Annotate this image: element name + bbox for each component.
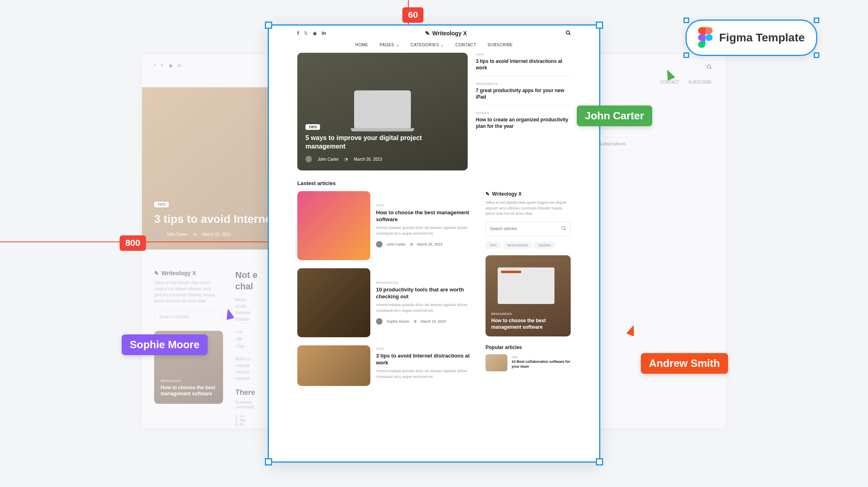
hero-side-list: TIPS 3 tips to avoid Internet distractio… <box>476 53 571 170</box>
collaborator-label-sophie: Sophie Moore <box>122 334 208 355</box>
avatar <box>376 241 382 248</box>
popular-thumb <box>486 354 507 371</box>
nav-pages[interactable]: PAGES ⌄ <box>380 43 400 47</box>
figma-logo-icon <box>698 27 713 48</box>
nav-home[interactable]: HOME <box>355 43 368 47</box>
linkedin-icon[interactable]: in <box>322 30 326 36</box>
article-row[interactable]: RESOURCES 10 productivity tools that are… <box>297 268 474 337</box>
calendar-icon: ◔ <box>344 157 348 162</box>
instagram-icon[interactable]: ◉ <box>313 30 317 36</box>
featured-title: How to choose the best management softwa… <box>161 385 217 397</box>
avatar <box>154 231 161 237</box>
resize-handle-bl[interactable] <box>265 458 272 465</box>
pinterest-icon: ◉ <box>169 63 173 68</box>
sidebar-desc: Tellus id nisl blandit vitae quam magna … <box>154 280 223 304</box>
article-list: TIPS How to choose the best management s… <box>297 191 474 386</box>
search-field[interactable] <box>486 222 571 236</box>
side-item[interactable]: GUIDES How to create an organized produc… <box>476 111 571 134</box>
featured-cat: RESOURCES <box>491 312 565 316</box>
figma-template-badge[interactable]: Figma Template <box>685 19 817 56</box>
laptop-illustration <box>354 91 411 129</box>
article-meta: John Carter ◔ March 28, 2023 <box>376 241 474 248</box>
resize-handle-br[interactable] <box>596 458 603 465</box>
avatar <box>305 156 312 162</box>
article-thumb <box>297 191 370 260</box>
hero-meta: John Carter ◔ March 26, 2023 <box>305 156 460 162</box>
featured-cat: RESOURCES <box>161 379 217 383</box>
resize-handle-br[interactable] <box>814 52 819 58</box>
popular-heading: Popular articles <box>486 345 571 350</box>
avatar <box>376 318 382 325</box>
screen-illustration <box>498 267 554 304</box>
nav-categories[interactable]: CATEGORIES ⌄ <box>411 43 444 47</box>
svg-point-0 <box>707 65 711 68</box>
facebook-icon: f <box>154 63 155 68</box>
twitter-icon: 𝕏 <box>160 63 164 68</box>
feather-icon: ✎ <box>154 270 159 276</box>
nav-subscribe[interactable]: SUBSCRIBE <box>488 43 513 47</box>
feather-icon: ✎ <box>425 30 430 37</box>
article-meta: Sophie Moore ◔ March 24, 2023 <box>376 318 474 325</box>
hero-author: John Carter <box>318 157 339 162</box>
social-icons: f 𝕏 ◉ in <box>297 30 326 36</box>
hero-date: March 26, 2023 <box>354 157 382 162</box>
sidebar: ✎Writeology X Tellus id nisl blandit vit… <box>486 191 571 386</box>
calendar-icon: ◔ <box>413 319 417 323</box>
search-input[interactable] <box>490 226 561 231</box>
collaborator-label-john: John Carter <box>577 106 652 126</box>
twitter-icon[interactable]: 𝕏 <box>304 30 308 36</box>
hero-title: 5 ways to improve your digital project m… <box>305 134 460 151</box>
resize-handle-tl[interactable] <box>265 22 272 29</box>
feather-icon: ✎ <box>486 191 490 197</box>
measurement-badge-top: 60 <box>402 7 423 23</box>
main-nav: HOME PAGES ⌄ CATEGORIES ⌄ CONTACT SUBSCR… <box>269 41 599 53</box>
featured-title: How to choose the best management softwa… <box>491 318 565 330</box>
hero-date: March 22, 2023 <box>202 232 231 237</box>
article-row[interactable]: TIPS How to choose the best management s… <box>297 191 474 260</box>
resize-handle-tl[interactable] <box>683 17 689 23</box>
chevron-down-icon: ⌄ <box>440 43 444 47</box>
article-thumb <box>297 268 370 337</box>
chevron-down-icon: ⌄ <box>396 43 400 47</box>
svg-point-1 <box>566 31 569 34</box>
resize-handle-tr[interactable] <box>814 17 819 23</box>
svg-point-2 <box>562 226 565 230</box>
side-item[interactable]: TIPS 3 tips to avoid Internet distractio… <box>476 53 571 76</box>
social-icons: f 𝕏 ◉ in <box>154 63 181 68</box>
popular-item[interactable]: TIPS 10 Best collaboration software for … <box>486 354 571 371</box>
nav-contact[interactable]: CONTACT <box>455 43 476 47</box>
sidebar-logo: ✎Writeology X <box>154 270 223 276</box>
subject-label: SUBJECT <box>587 131 714 135</box>
article-thumb <box>297 345 370 386</box>
subject-input: ex. Subscriptions <box>587 137 714 151</box>
resize-handle-bl[interactable] <box>683 52 689 58</box>
search-icon <box>561 225 566 233</box>
latest-heading: Lastest articles <box>269 170 364 191</box>
article-row[interactable]: TIPS 3 tips to avoid Internet distractio… <box>297 345 474 386</box>
tag-list: TIPS RESOURCES GUIDES <box>486 242 571 249</box>
calendar-icon: ◔ <box>193 232 197 237</box>
tag[interactable]: GUIDES <box>534 242 555 249</box>
brand-logo[interactable]: ✎ Writeology X <box>425 30 467 37</box>
main-frame[interactable]: f 𝕏 ◉ in ✎ Writeology X HOME PAGES ⌄ CAT… <box>268 24 600 463</box>
collaborator-label-andrew: Andrew Smith <box>641 353 728 374</box>
author-name: John Carter <box>166 232 187 237</box>
side-item[interactable]: RESOURCES 7 great productivity apps for … <box>476 82 571 106</box>
sidebar-desc: Tellus id nisl blandit vitae quam magna … <box>486 200 571 217</box>
tag[interactable]: TIPS <box>486 242 501 249</box>
tag[interactable]: RESOURCES <box>503 242 532 249</box>
sidebar-logo[interactable]: ✎Writeology X <box>486 191 571 197</box>
hero-tag: TIPS <box>305 124 320 130</box>
linkedin-icon: in <box>178 63 181 68</box>
search-icon[interactable] <box>566 30 571 37</box>
category-pill: TIPS <box>154 202 169 207</box>
search-input: Search articles <box>154 310 223 323</box>
facebook-icon[interactable]: f <box>297 30 299 36</box>
figma-label: Figma Template <box>719 31 805 44</box>
search-icon <box>707 64 712 71</box>
calendar-icon: ◔ <box>410 242 413 246</box>
measurement-badge-left: 800 <box>120 235 146 251</box>
featured-card[interactable]: RESOURCES How to choose the best managem… <box>486 255 571 336</box>
resize-handle-tr[interactable] <box>596 22 603 29</box>
hero-article[interactable]: TIPS 5 ways to improve your digital proj… <box>297 53 468 170</box>
